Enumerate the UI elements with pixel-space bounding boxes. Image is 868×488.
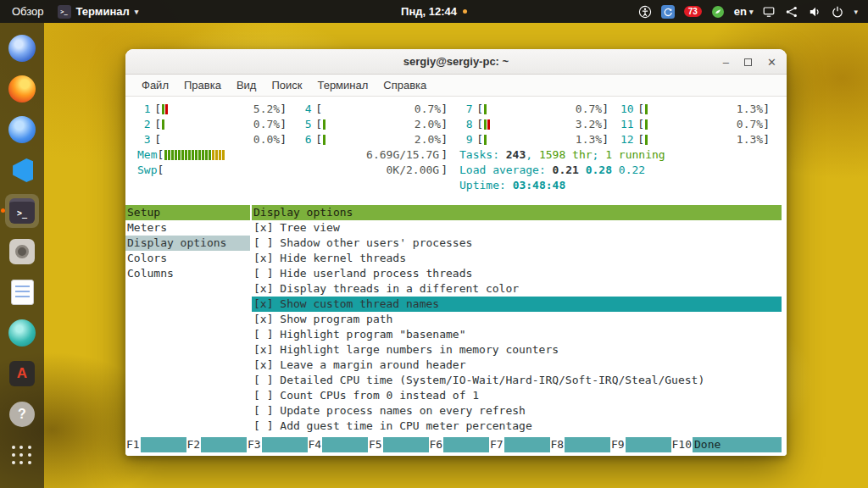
maximize-button[interactable] bbox=[744, 58, 752, 66]
cpu-meter-1: 1[5.2%] bbox=[137, 102, 298, 117]
dock-help-icon[interactable]: ? bbox=[5, 397, 39, 431]
option-rows: [x] Tree view[ ] Shadow other users' pro… bbox=[252, 220, 782, 434]
fn-key-f1[interactable]: F1 bbox=[125, 437, 186, 452]
htop-meters: 1[5.2%]2[0.7%]3[0.0%]4[0.7%]5[2.0%]6[2.0… bbox=[137, 102, 782, 193]
function-key-bar: F1F2F3F4F5F6F7F8F9F10Done bbox=[125, 437, 782, 452]
menu-view[interactable]: Вид bbox=[229, 79, 264, 92]
cpu-meter-7: 7[0.7%] bbox=[459, 102, 620, 117]
dock-camera-icon[interactable] bbox=[5, 235, 39, 269]
setup-item-columns[interactable]: Columns bbox=[125, 266, 250, 281]
option-row-1[interactable]: [ ] Shadow other users' processes bbox=[252, 236, 782, 251]
terminal-app-icon: >_ bbox=[58, 5, 71, 19]
option-row-3[interactable]: [ ] Hide userland process threads bbox=[252, 266, 782, 281]
menu-search[interactable]: Поиск bbox=[264, 79, 309, 92]
dock-red-a-app-icon[interactable]: A bbox=[5, 357, 39, 391]
memory-meter: Mem[6.69G/15.7G] bbox=[137, 147, 459, 163]
setup-items: MetersDisplay optionsColorsColumns bbox=[125, 220, 250, 281]
screen-share-icon[interactable] bbox=[762, 5, 776, 19]
chevron-down-icon: ▾ bbox=[135, 8, 139, 16]
app-menu-label: Терминал bbox=[76, 5, 130, 18]
help-glyph: ? bbox=[9, 402, 35, 427]
fn-key-f3[interactable]: F3 bbox=[247, 437, 308, 452]
activities-button[interactable]: Обзор bbox=[12, 5, 44, 18]
cpu-meter-12: 12[1.3%] bbox=[620, 132, 782, 147]
input-language-indicator[interactable]: en ▾ bbox=[734, 5, 754, 18]
htop-setup-screen: Setup MetersDisplay optionsColorsColumns… bbox=[125, 205, 782, 437]
cpu-meter-9: 9[1.3%] bbox=[459, 132, 620, 147]
top-bar: Обзор >_ Терминал ▾ Пнд, 12:44 73 en bbox=[0, 0, 868, 23]
option-row-8[interactable]: [x] Highlight large numbers in memory co… bbox=[252, 342, 782, 358]
dock-writer-icon[interactable] bbox=[5, 275, 39, 309]
clock-label: Пнд, 12:44 bbox=[401, 5, 457, 18]
firefox-glyph bbox=[8, 75, 36, 103]
menu-terminal[interactable]: Терминал bbox=[309, 79, 376, 92]
chevron-down-icon: ▾ bbox=[749, 8, 754, 16]
menu-edit[interactable]: Правка bbox=[176, 79, 229, 92]
accessibility-icon[interactable] bbox=[638, 5, 652, 19]
app-menu[interactable]: >_ Терминал ▾ bbox=[58, 5, 139, 19]
dock: >_A? bbox=[0, 23, 44, 488]
fn-key-f2[interactable]: F2 bbox=[186, 437, 248, 452]
cpu-meter-4: 4[0.7%] bbox=[298, 102, 459, 117]
notification-dot-icon bbox=[463, 9, 467, 14]
dock-app-grid-icon[interactable] bbox=[5, 438, 39, 472]
thunderbird-glyph bbox=[8, 116, 36, 143]
menu-help[interactable]: Справка bbox=[376, 79, 434, 92]
options-panel: Display options [x] Tree view[ ] Shadow … bbox=[252, 205, 782, 434]
minimize-button[interactable]: – bbox=[723, 57, 729, 68]
vscode-glyph bbox=[11, 158, 33, 182]
terminal-glyph: >_ bbox=[9, 198, 35, 224]
system-monitor-icon[interactable] bbox=[711, 5, 725, 19]
fn-key-f8[interactable]: F8 bbox=[550, 437, 611, 452]
swap-meter: Swp[0K/2.00G] bbox=[137, 163, 459, 178]
clock-menu[interactable]: Пнд, 12:44 bbox=[401, 5, 467, 18]
window-titlebar[interactable]: sergiy@sergiy-pc: ~ – ✕ bbox=[125, 49, 787, 75]
fn-key-f6[interactable]: F6 bbox=[429, 437, 490, 452]
setup-item-display-options[interactable]: Display options bbox=[125, 236, 250, 251]
option-row-2[interactable]: [x] Hide kernel threads bbox=[252, 251, 782, 266]
fn-key-f4[interactable]: F4 bbox=[308, 437, 369, 452]
close-button[interactable]: ✕ bbox=[767, 57, 776, 68]
option-row-4[interactable]: [x] Display threads in a different color bbox=[252, 281, 782, 297]
red-a-app-glyph: A bbox=[9, 361, 35, 386]
dock-firefox-icon[interactable] bbox=[5, 72, 39, 106]
browser-glyph bbox=[8, 35, 36, 62]
setup-item-meters[interactable]: Meters bbox=[125, 220, 250, 236]
language-label: en bbox=[734, 5, 747, 18]
system-indicators: 73 en ▾ ▾ bbox=[638, 5, 868, 19]
dock-terminal-icon[interactable]: >_ bbox=[5, 194, 39, 228]
network-icon[interactable] bbox=[785, 5, 798, 19]
tasks-line: Tasks: 243, 1598 thr; 1 running bbox=[459, 147, 782, 163]
setup-item-colors[interactable]: Colors bbox=[125, 251, 250, 266]
option-row-9[interactable]: [x] Leave a margin around header bbox=[252, 358, 782, 373]
option-row-7[interactable]: [ ] Highlight program "basename" bbox=[252, 327, 782, 342]
dock-thunderbird-icon[interactable] bbox=[5, 113, 39, 147]
app-grid-glyph bbox=[12, 445, 32, 465]
option-row-13[interactable]: [ ] Add guest time in CPU meter percenta… bbox=[252, 419, 782, 434]
option-row-11[interactable]: [ ] Count CPUs from 0 instead of 1 bbox=[252, 388, 782, 403]
cpu-meter-6: 6[2.0%] bbox=[298, 132, 459, 147]
fn-key-f10[interactable]: F10Done bbox=[671, 437, 782, 452]
software-update-icon[interactable] bbox=[661, 5, 675, 19]
dock-teal-app-icon[interactable] bbox=[5, 316, 39, 350]
cpu-meter-5: 5[2.0%] bbox=[298, 117, 459, 132]
terminal-content[interactable]: 1[5.2%]2[0.7%]3[0.0%]4[0.7%]5[2.0%]6[2.0… bbox=[125, 97, 787, 456]
option-row-10[interactable]: [ ] Detailed CPU time (System/IO-Wait/Ha… bbox=[252, 373, 782, 388]
option-row-12[interactable]: [ ] Update process names on every refres… bbox=[252, 403, 782, 419]
terminal-window: sergiy@sergiy-pc: ~ – ✕ Файл Правка Вид … bbox=[125, 49, 787, 456]
option-row-0[interactable]: [x] Tree view bbox=[252, 220, 782, 236]
uptime-line: Uptime: 03:48:48 bbox=[459, 178, 782, 193]
option-row-5[interactable]: [x] Show custom thread names bbox=[252, 297, 782, 312]
dock-vscode-icon[interactable] bbox=[5, 153, 39, 187]
fn-key-f9[interactable]: F9 bbox=[610, 437, 671, 452]
option-row-6[interactable]: [x] Show program path bbox=[252, 312, 782, 327]
setup-header: Setup bbox=[125, 205, 250, 220]
fn-key-f7[interactable]: F7 bbox=[489, 437, 550, 452]
dock-browser-icon[interactable] bbox=[5, 31, 39, 65]
power-icon[interactable] bbox=[831, 5, 844, 19]
cpu-meter-8: 8[3.2%] bbox=[459, 117, 620, 132]
menu-file[interactable]: Файл bbox=[134, 79, 176, 92]
volume-icon[interactable] bbox=[808, 5, 821, 19]
update-count-badge[interactable]: 73 bbox=[684, 6, 702, 17]
fn-key-f5[interactable]: F5 bbox=[368, 437, 429, 452]
